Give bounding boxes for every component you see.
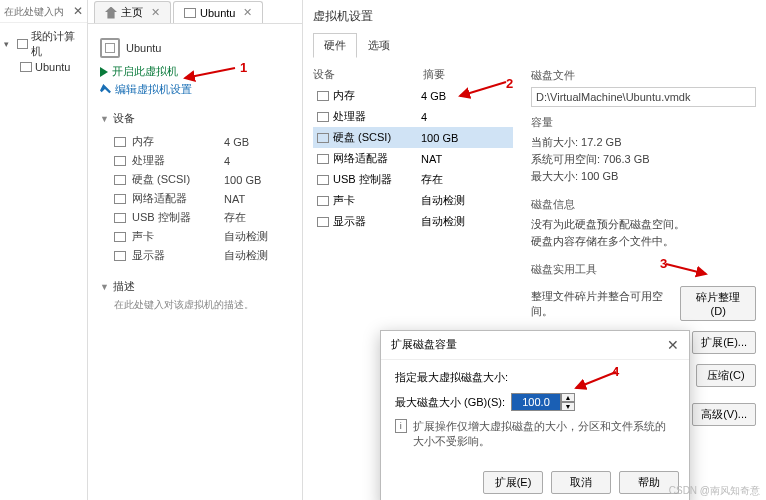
dialog-expand-button[interactable]: 扩展(E) — [483, 471, 543, 494]
hw-name: 内存 — [333, 88, 355, 103]
edit-settings-label: 编辑虚拟机设置 — [115, 82, 192, 97]
system-free: 系统可用空间: 706.3 GB — [531, 151, 756, 168]
device-row[interactable]: 硬盘 (SCSI)100 GB — [100, 170, 286, 189]
hw-name: 网络适配器 — [333, 151, 388, 166]
caret-down-icon: ▼ — [100, 114, 109, 124]
tab-home-label: 主页 — [121, 5, 143, 20]
description-hint: 在此处键入对该虚拟机的描述。 — [100, 294, 286, 312]
vm-icon — [184, 8, 196, 18]
tree-root[interactable]: ▾ 我的计算机 — [2, 27, 85, 61]
play-icon — [100, 67, 108, 77]
hw-row[interactable]: 内存4 GB — [313, 85, 513, 106]
device-icon — [114, 251, 126, 261]
tab-close-icon[interactable]: ✕ — [151, 6, 160, 19]
device-icon — [317, 154, 329, 164]
library-tree: ▾ 我的计算机 Ubuntu — [0, 23, 87, 77]
device-name: 硬盘 (SCSI) — [132, 172, 218, 187]
hw-name: 处理器 — [333, 109, 366, 124]
device-row[interactable]: 显示器自动检测 — [100, 246, 286, 265]
hw-row[interactable]: 处理器4 — [313, 106, 513, 127]
hw-name: 硬盘 (SCSI) — [333, 130, 391, 145]
expand-prompt: 指定最大虚拟磁盘大小: — [395, 370, 675, 385]
library-search-input[interactable] — [4, 6, 64, 17]
expand-dialog-title: 扩展磁盘容量 — [391, 337, 457, 353]
vm-title-icon — [100, 38, 120, 58]
tab-home[interactable]: 主页 ✕ — [94, 1, 171, 23]
utilities-label: 磁盘实用工具 — [531, 262, 756, 277]
section-description[interactable]: ▼描述 — [100, 279, 286, 294]
device-icon — [114, 175, 126, 185]
expand-note: 扩展操作仅增大虚拟磁盘的大小，分区和文件系统的大小不受影响。 — [413, 419, 675, 449]
vm-name: Ubuntu — [126, 42, 161, 54]
device-value: 4 — [224, 155, 230, 167]
disk-info-2: 硬盘内容存储在多个文件中。 — [531, 233, 756, 250]
expand-button[interactable]: 扩展(E)... — [692, 331, 756, 354]
settings-tabs: 硬件 选项 — [303, 33, 766, 58]
power-on-label: 开启此虚拟机 — [112, 64, 178, 79]
device-row[interactable]: USB 控制器存在 — [100, 208, 286, 227]
device-value: NAT — [224, 193, 245, 205]
tab-vm[interactable]: Ubuntu ✕ — [173, 1, 263, 23]
power-on-link[interactable]: 开启此虚拟机 — [100, 64, 286, 79]
tab-close-icon[interactable]: ✕ — [243, 6, 252, 19]
dialog-cancel-button[interactable]: 取消 — [551, 471, 611, 494]
spin-up-icon[interactable]: ▲ — [561, 393, 575, 402]
hw-list-header: 设备 摘要 — [313, 64, 513, 85]
collapse-icon[interactable]: ▾ — [4, 39, 14, 49]
tab-vm-label: Ubuntu — [200, 7, 235, 19]
hw-name: 显示器 — [333, 214, 366, 229]
advanced-button[interactable]: 高级(V)... — [692, 403, 756, 426]
hw-row[interactable]: 硬盘 (SCSI)100 GB — [313, 127, 513, 148]
vm-title: Ubuntu — [100, 38, 286, 58]
library-search-row: ✕ — [0, 0, 87, 23]
max-size-label: 最大磁盘大小 (GB)(S): — [395, 395, 505, 410]
device-row[interactable]: 处理器4 — [100, 151, 286, 170]
pc-icon — [17, 39, 29, 49]
compact-button[interactable]: 压缩(C) — [696, 364, 756, 387]
close-icon[interactable]: ✕ — [73, 4, 83, 18]
settings-title: 虚拟机设置 — [303, 0, 766, 33]
current-size: 当前大小: 17.2 GB — [531, 134, 756, 151]
device-row[interactable]: 内存4 GB — [100, 132, 286, 151]
device-icon — [114, 213, 126, 223]
device-icon — [317, 196, 329, 206]
device-value: 100 GB — [224, 174, 261, 186]
hw-name: USB 控制器 — [333, 172, 392, 187]
disk-file-path: D:\VirtualMachine\Ubuntu.vmdk — [531, 87, 756, 107]
disk-file-label: 磁盘文件 — [531, 68, 756, 83]
device-name: 声卡 — [132, 229, 218, 244]
device-value: 4 GB — [224, 136, 249, 148]
edit-settings-link[interactable]: 编辑虚拟机设置 — [100, 82, 286, 97]
hw-value: 自动检测 — [421, 214, 465, 229]
max-size-spinner[interactable]: ▲▼ — [511, 393, 575, 411]
device-name: 内存 — [132, 134, 218, 149]
section-devices[interactable]: ▼设备 — [100, 111, 286, 126]
device-value: 自动检测 — [224, 248, 268, 263]
device-name: USB 控制器 — [132, 210, 218, 225]
device-icon — [114, 137, 126, 147]
device-value: 自动检测 — [224, 229, 268, 244]
max-size-input[interactable] — [511, 393, 561, 411]
vm-device-table: 内存4 GB处理器4硬盘 (SCSI)100 GB网络适配器NATUSB 控制器… — [100, 132, 286, 265]
disk-info-1: 没有为此硬盘预分配磁盘空间。 — [531, 216, 756, 233]
hw-row[interactable]: 声卡自动检测 — [313, 190, 513, 211]
hw-value: 自动检测 — [421, 193, 465, 208]
max-size: 最大大小: 100 GB — [531, 168, 756, 185]
device-row[interactable]: 网络适配器NAT — [100, 189, 286, 208]
device-icon — [114, 232, 126, 242]
device-row[interactable]: 声卡自动检测 — [100, 227, 286, 246]
hw-row[interactable]: 网络适配器NAT — [313, 148, 513, 169]
hw-row[interactable]: USB 控制器存在 — [313, 169, 513, 190]
vm-summary-panel: Ubuntu 开启此虚拟机 编辑虚拟机设置 ▼设备 内存4 GB处理器4硬盘 (… — [88, 24, 298, 320]
expand-disk-dialog: 扩展磁盘容量 ✕ 指定最大虚拟磁盘大小: 最大磁盘大小 (GB)(S): ▲▼ … — [380, 330, 690, 500]
tab-options[interactable]: 选项 — [357, 33, 401, 58]
close-icon[interactable]: ✕ — [667, 337, 679, 353]
spin-down-icon[interactable]: ▼ — [561, 402, 575, 411]
hw-value: NAT — [421, 153, 442, 165]
tree-vm[interactable]: Ubuntu — [2, 61, 85, 73]
hw-row[interactable]: 显示器自动检测 — [313, 211, 513, 232]
capacity-label: 容量 — [531, 115, 756, 130]
hw-value: 4 GB — [421, 90, 446, 102]
defrag-button[interactable]: 碎片整理(D) — [680, 286, 756, 321]
tab-hardware[interactable]: 硬件 — [313, 33, 357, 58]
